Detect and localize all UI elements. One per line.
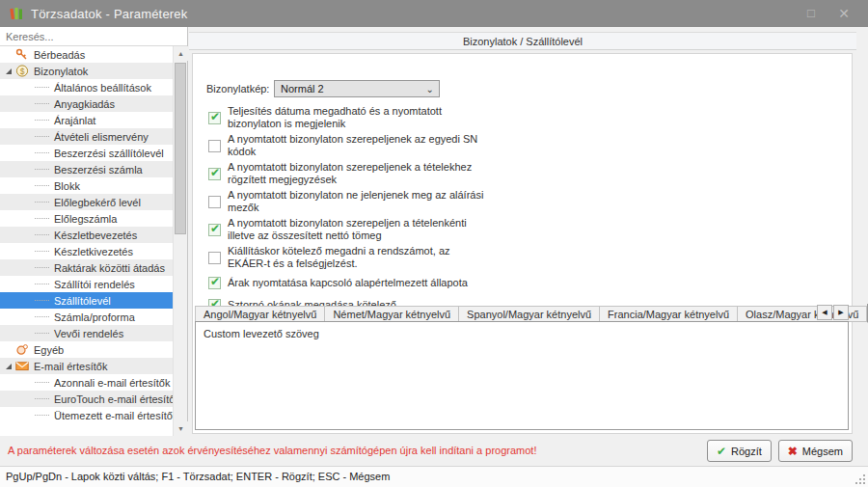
tree-connector	[35, 415, 49, 416]
tree-connector	[35, 251, 49, 252]
document-layout-select[interactable]: Normál 2 ⌄	[274, 80, 440, 97]
checkbox-row[interactable]: A nyomtatott bizonylaton szerepeljenek a…	[208, 161, 613, 186]
sidebar-item-beszerzesi-szamla[interactable]: Beszerzési számla	[0, 161, 173, 177]
cross-icon: ✖	[788, 445, 798, 458]
checkbox-row[interactable]: A nyomtatott bizonylaton szerepeljenek a…	[208, 133, 613, 158]
scrollbar-thumb[interactable]	[175, 63, 186, 234]
tree-connector	[35, 382, 49, 383]
tree-connector	[35, 87, 49, 88]
tree-connector	[35, 103, 49, 104]
scroll-up-icon[interactable]: ▲	[174, 46, 188, 61]
sidebar-item-atveteli-elismerveny[interactable]: Átvételi elismervény	[0, 128, 173, 145]
sidebar-item-e-mail-ertesitok[interactable]: E-mail értesítők	[0, 358, 173, 374]
checkbox-row[interactable]: Teljesítés dátuma megadható és a nyomtat…	[208, 105, 613, 130]
checkbox-row[interactable]: Kiállításkor kötelező megadni a rendszám…	[208, 245, 613, 270]
cancel-button[interactable]: ✖ Mégsem	[778, 440, 853, 462]
sidebar-item-raktarak-kozotti-atadas[interactable]: Raktárak közötti átadás	[0, 259, 173, 276]
breadcrumb: Bizonylatok / Szállítólevél	[189, 32, 856, 50]
maximize-icon[interactable]: □	[797, 0, 826, 27]
checkbox[interactable]	[208, 224, 221, 236]
sidebar-item-szallitoi-rendeles[interactable]: Szállítói rendelés	[0, 276, 173, 292]
checkbox-row[interactable]: A nyomtatott bizonylaton ne jelenjenek m…	[208, 189, 613, 214]
checkbox[interactable]	[208, 140, 221, 152]
tab-scroll-left-icon[interactable]: ◀	[817, 305, 832, 320]
tab-nemet-magyar-ketnyelvu[interactable]: Német/Magyar kétnyelvű	[325, 306, 459, 322]
tree-connector	[35, 120, 49, 121]
close-icon[interactable]: ✕	[829, 0, 858, 27]
document-layout-label: Bizonylatkép:	[206, 83, 274, 95]
sidebar-item-keszletbevezetes[interactable]: Készletbevezetés	[0, 227, 173, 243]
resize-grip-icon[interactable]	[855, 474, 865, 484]
main-panel: Bizonylatok / Szállítólevél Bizonylatkép…	[189, 27, 856, 436]
sidebar-item-eurotouch-e-mail-ertesitok[interactable]: EuroTouch e-mail értesítők	[0, 391, 173, 407]
language-tab-control: Angol/Magyar kétnyelvűNémet/Magyar kétny…	[195, 303, 849, 430]
tab-strip: Angol/Magyar kétnyelvűNémet/Magyar kétny…	[195, 303, 849, 322]
footer-bar: A paraméterek változása esetén azok érvé…	[0, 436, 868, 466]
checkbox[interactable]	[208, 196, 221, 208]
checkbox-row[interactable]: Árak nyomtatása kapcsoló alapértelmezett…	[208, 273, 613, 292]
sidebar-item-bizonylatok[interactable]: $Bizonylatok	[0, 63, 173, 79]
tree-connector	[35, 152, 49, 153]
parameter-tree: Bérbeadás $Bizonylatok Általános beállít…	[0, 46, 173, 436]
tree-connector	[35, 218, 49, 219]
sidebar-item-arajanlat[interactable]: Árajánlat	[0, 112, 173, 128]
sidebar-scrollbar[interactable]: ▲ ▼	[173, 46, 187, 436]
app-icon	[9, 6, 24, 21]
expanded-triangle-icon[interactable]	[6, 68, 12, 74]
search-input[interactable]	[0, 28, 187, 46]
sidebar-item-blokk[interactable]: Blokk	[0, 177, 173, 194]
tree-connector	[35, 202, 49, 203]
tree-connector	[35, 267, 49, 268]
chevron-down-icon: ⌄	[426, 82, 434, 97]
tab-angol-magyar-ketnyelvu[interactable]: Angol/Magyar kétnyelvű	[195, 306, 325, 322]
checkbox[interactable]	[208, 252, 221, 264]
sidebar-item-elolegbekero-level[interactable]: Előlegbekérő levél	[0, 194, 173, 210]
misc-icon	[15, 343, 29, 356]
tab-content-textarea[interactable]: Custom levezető szöveg	[195, 321, 849, 430]
coin-icon: $	[15, 65, 29, 77]
sidebar: Bérbeadás $Bizonylatok Általános beállít…	[0, 27, 188, 436]
checkbox[interactable]	[208, 112, 221, 124]
tree-connector	[35, 284, 49, 284]
sidebar-item-berbeadas[interactable]: Bérbeadás	[0, 46, 173, 63]
sidebar-item-keszletkivezetes[interactable]: Készletkivezetés	[0, 243, 173, 259]
sidebar-item-beszerzesi-szallitolevel[interactable]: Beszerzési szállítólevél	[0, 145, 173, 161]
sidebar-item-azonnali-e-mail-ertesitok[interactable]: Azonnali e-mail értesítők	[0, 374, 173, 391]
sidebar-item-anyagkiadas[interactable]: Anyagkiadás	[0, 95, 173, 112]
tree-connector	[35, 333, 49, 334]
key-icon	[15, 48, 29, 61]
sidebar-item-szamla-proforma[interactable]: Számla/proforma	[0, 309, 173, 325]
mail-icon	[15, 360, 29, 372]
sidebar-item-szallitolevel[interactable]: Szállítólevél	[0, 292, 173, 309]
sidebar-item-vevoi-rendeles[interactable]: Vevői rendelés	[0, 325, 173, 341]
checkbox[interactable]	[208, 168, 221, 180]
checkbox-list: Teljesítés dátuma megadható és a nyomtat…	[208, 105, 613, 317]
tree-connector	[35, 300, 49, 301]
save-button[interactable]: ✔ Rögzít	[707, 440, 772, 462]
sidebar-item-egyeb[interactable]: Egyéb	[0, 341, 173, 358]
tree-connector	[35, 169, 49, 170]
tree-connector	[35, 185, 49, 186]
tree-connector	[35, 234, 49, 235]
settings-panel: Bizonylatkép: Normál 2 ⌄ Teljesítés dátu…	[192, 53, 853, 434]
tree-connector	[35, 398, 49, 399]
status-text: PgUp/PgDn - Lapok közti váltás; F1 - Tör…	[6, 471, 390, 482]
tab-francia-magyar-ketnyelvu[interactable]: Francia/Magyar kétnyelvű	[600, 306, 738, 322]
tree-connector	[35, 316, 49, 317]
window-title: Törzsadatok - Paraméterek	[31, 7, 188, 21]
sidebar-item-elolegszamla[interactable]: Előlegszámla	[0, 210, 173, 227]
check-icon: ✔	[717, 445, 726, 458]
sidebar-item-altalanos-beallitasok[interactable]: Általános beállítások	[0, 79, 173, 95]
sidebar-item-utemezett-e-mail-ertesitok[interactable]: Ütemezett e-mail értesítők	[0, 407, 173, 423]
svg-text:$: $	[20, 67, 25, 76]
tree-connector	[35, 136, 49, 137]
expanded-triangle-icon[interactable]	[6, 364, 12, 369]
checkbox-row[interactable]: A nyomtatott bizonylaton szerepeljen a t…	[208, 217, 613, 242]
status-bar: PgUp/PgDn - Lapok közti váltás; F1 - Tör…	[0, 466, 868, 487]
scroll-down-icon[interactable]: ▼	[174, 421, 188, 436]
checkbox[interactable]	[208, 277, 221, 289]
tab-spanyol-magyar-ketnyelvu[interactable]: Spanyol/Magyar kétnyelvű	[459, 306, 600, 322]
title-bar: Törzsadatok - Paraméterek □ ✕	[0, 0, 868, 27]
tab-scroll-right-icon[interactable]: ▶	[833, 305, 849, 320]
restart-warning: A paraméterek változása esetén azok érvé…	[8, 436, 536, 466]
